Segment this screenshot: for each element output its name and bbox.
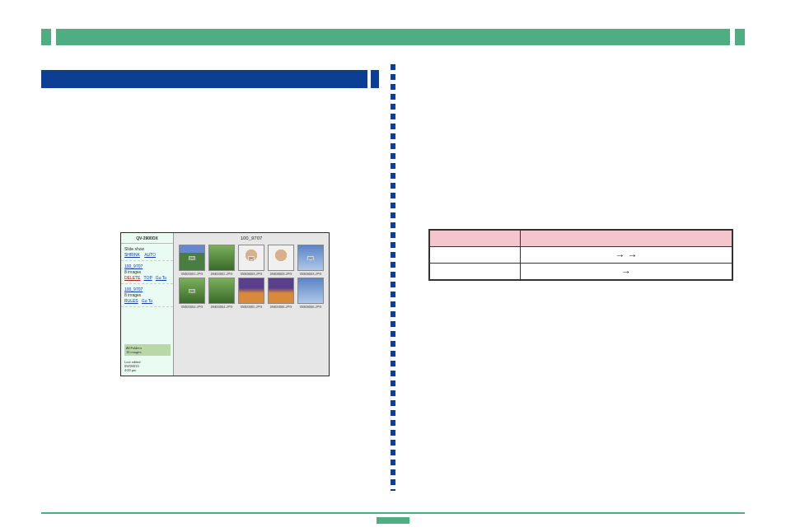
top-banner [41,29,745,45]
bottom-rule [41,512,745,514]
http-server-screenshot: QV-2900DX Slide show SHRINK AUTO 100_970… [120,232,330,376]
rules-link[interactable]: RULES [124,298,138,303]
table-header-1 [430,231,521,247]
thumbnail-item[interactable]: 09308003.JPG [268,245,294,276]
thumbnail-item[interactable]: 09300006.JPG [268,278,294,309]
thumbnail-image[interactable]: [M] [238,245,264,271]
folder2-link[interactable]: 100_9707 [124,287,170,292]
thumbnail-image[interactable] [208,245,235,271]
slide-show-label: Slide show [124,246,170,252]
thumbnail-item[interactable]: [M]09308003.JPG [297,245,324,276]
thumbnail-filename: 09300004.JPG [211,305,233,309]
thumbnail-image[interactable]: [M] [179,245,205,271]
table-cell [430,264,521,280]
last-edited-time: 4:00 pm [124,368,136,372]
table-cell [430,247,521,264]
table-row: → [430,264,732,280]
last-edited-block: Last edited 09/09/019 4:00 pm [124,360,141,372]
goto-link-2[interactable]: Go To [142,298,152,303]
thumbnail-filename: 09300006.JPG [270,305,292,309]
delete-link[interactable]: DELETE [124,275,140,280]
camera-model-label: QV-2900DX [121,233,173,244]
thumbnail-filename: 09308003.JPG [241,272,263,276]
thumbnail-item[interactable]: 09300005.JPG [238,278,264,309]
screenshot-main: 100_9707 [M]09300001.JPG09300002.JPG[M]0… [174,233,329,376]
folder1-count: 8 images [124,269,170,275]
folder-block-1: 100_9707 8 images DELETE TOP Go To [121,261,173,284]
thumbnail-tag: [M] [189,289,195,293]
thumbnail-item[interactable]: [M]09308003.JPG [238,245,264,276]
table-cell: → [521,264,732,280]
thumbnail-row-1: [M]09300001.JPG09300002.JPG[M]09308003.J… [177,245,325,276]
headline-bar [41,70,367,88]
table-row: → → [430,247,732,264]
page-number-badge [377,517,409,524]
thumbnail-filename: 09300005.JPG [241,305,263,309]
thumbnail-tag: [M] [189,256,195,260]
folder1-link[interactable]: 100_9707 [124,264,170,269]
table-header-2 [521,231,732,247]
thumbnail-tag: [M] [307,256,314,260]
arrow-icon: → [621,266,631,278]
thumbnail-image[interactable]: [M] [179,278,205,304]
thumbnail-filename: 09300004.JPG [181,305,204,309]
thumbnail-filename: 09308006.JPG [300,305,322,309]
thumbnail-filename: 09300001.JPG [181,272,204,276]
thumbnail-item[interactable]: [M]09300001.JPG [179,245,205,276]
all-folders-box: All Folders 16 images [124,344,171,356]
thumbnail-item[interactable]: 09308006.JPG [297,278,324,309]
folder2-count: 8 images [124,292,170,298]
click-action-table: → → → [428,229,733,281]
table-header-row [430,231,732,247]
table: → → → [429,230,732,280]
thumbnail-image[interactable] [208,278,235,304]
banner-cap-left [41,29,51,45]
vertical-dotted-divider [391,64,395,491]
shrink-link[interactable]: SHRINK [124,252,140,257]
folder-block-2: 100_9707 8 images RULES Go To [121,284,173,307]
auto-link[interactable]: AUTO [144,252,156,257]
arrow-icon: → → [615,250,637,261]
thumbnail-tag: [M] [248,256,255,260]
thumbnail-item[interactable]: 09300002.JPG [208,245,235,276]
thumbnail-image[interactable] [238,278,264,304]
headline-cap [371,70,379,88]
table-cell: → → [521,247,732,264]
thumbnail-image[interactable] [268,245,294,271]
thumbnail-item[interactable]: 09300004.JPG [208,278,235,309]
thumbnail-image[interactable]: [M] [297,245,324,271]
section-headline [41,70,379,88]
thumbnail-filename: 09308003.JPG [300,272,322,276]
main-folder-title: 100_9707 [174,233,329,243]
slide-show-block: Slide show SHRINK AUTO [121,244,173,261]
thumbnail-filename: 09308003.JPG [270,272,292,276]
thumbnail-image[interactable] [268,278,294,304]
thumbnail-image[interactable] [297,278,324,304]
thumbnail-item[interactable]: [M]09300004.JPG [179,278,205,309]
thumbnail-row-2: [M]09300004.JPG09300004.JPG09300005.JPG0… [177,278,325,309]
banner-cap-right [735,29,745,45]
top-link[interactable]: TOP [144,275,152,280]
banner-mid [56,29,730,45]
goto-link[interactable]: Go To [156,275,166,280]
thumbnail-filename: 09300002.JPG [211,272,233,276]
all-folders-count: 16 images [126,350,141,354]
